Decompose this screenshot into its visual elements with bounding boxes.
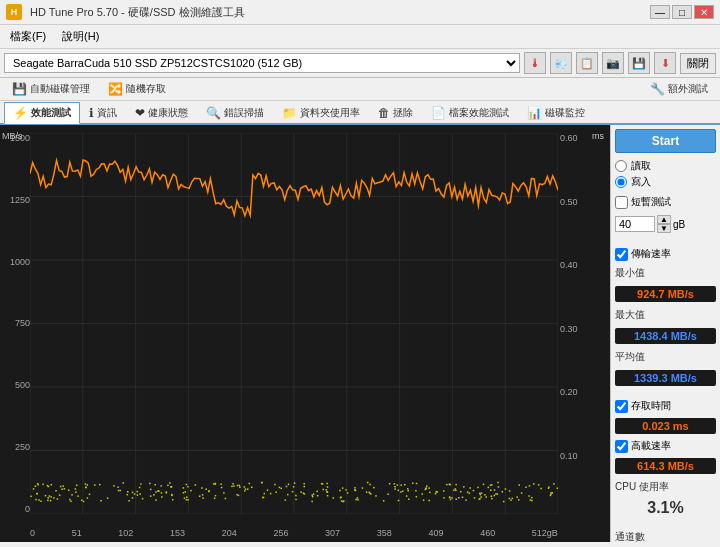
save-icon[interactable]: 💾 xyxy=(628,52,650,74)
title-bar: H HD Tune Pro 5.70 - 硬碟/SSD 檢測維護工具 — □ ✕ xyxy=(0,0,720,25)
main-content: 1500 1250 1000 750 500 250 0 MB/s 0.60 0… xyxy=(0,125,720,542)
y-axis-right: 0.60 0.50 0.40 0.30 0.20 0.10 xyxy=(560,133,608,514)
temperature-icon[interactable]: 🌡 xyxy=(524,52,546,74)
tab-folder-usage[interactable]: 📁 資料夾使用率 xyxy=(273,102,369,124)
x-axis: 0 51 102 153 204 256 307 358 409 460 512… xyxy=(30,528,558,538)
quick-test-spinbox[interactable] xyxy=(615,216,655,232)
avg-value: 1339.3 MB/s xyxy=(615,370,716,386)
app-icon: H xyxy=(6,4,22,20)
quick-test-row: 短暫測試 xyxy=(615,195,716,209)
menu-file[interactable]: 檔案(F) xyxy=(6,27,50,46)
random-access-icon: 🔀 xyxy=(108,82,123,96)
close-drive-button[interactable]: 關閉 xyxy=(680,53,716,74)
camera-icon[interactable]: 📷 xyxy=(602,52,624,74)
minimize-button[interactable]: — xyxy=(650,5,670,19)
quick-test-spinbox-row: ▲ ▼ gB xyxy=(615,215,716,233)
tab-extra-test[interactable]: 🔧 額外測試 xyxy=(642,80,716,98)
tab-health[interactable]: ❤ 健康狀態 xyxy=(126,102,197,124)
benchmark-icon: ⚡ xyxy=(13,106,28,120)
download-icon[interactable]: ⬇ xyxy=(654,52,676,74)
scan-icon: 🔍 xyxy=(206,106,221,120)
drive-selector[interactable]: Seagate BarraCuda 510 SSD ZP512CSTCS1020… xyxy=(4,53,520,73)
max-value: 1438.4 MB/s xyxy=(615,328,716,344)
auto-manage-icon: 💾 xyxy=(12,82,27,96)
read-write-radio-group: 讀取 寫入 xyxy=(615,157,716,191)
health-icon: ❤ xyxy=(135,106,145,120)
tab-disk-monitor[interactable]: 📊 磁碟監控 xyxy=(518,102,594,124)
avg-label: 平均值 xyxy=(615,350,716,364)
max-label: 最大值 xyxy=(615,308,716,322)
start-button[interactable]: Start xyxy=(615,129,716,153)
tab-erase[interactable]: 🗑 拯除 xyxy=(369,102,422,124)
tabs-row1: 💾 自動磁碟管理 🔀 隨機存取 🔧 額外測試 xyxy=(0,78,720,101)
cpu-value: 3.1% xyxy=(615,499,716,517)
performance-chart xyxy=(30,133,558,514)
burst-rate-value: 614.3 MB/s xyxy=(615,458,716,474)
quick-test-checkbox[interactable] xyxy=(615,196,628,209)
threads-label: 通道數 xyxy=(615,530,716,542)
spinbox-arrows: ▲ ▼ xyxy=(657,215,671,233)
tab-random-access[interactable]: 🔀 隨機存取 xyxy=(100,80,174,98)
window-controls[interactable]: — □ ✕ xyxy=(650,5,714,19)
monitor-icon: 📊 xyxy=(527,106,542,120)
tabs-container: 💾 自動磁碟管理 🔀 隨機存取 🔧 額外測試 ⚡ 效能測試 ℹ 資訊 ❤ 健康狀… xyxy=(0,78,720,125)
spin-down-arrow[interactable]: ▼ xyxy=(657,224,671,233)
info-icon: ℹ xyxy=(89,106,94,120)
read-radio[interactable] xyxy=(615,160,627,172)
read-radio-label[interactable]: 讀取 xyxy=(615,159,716,173)
erase-icon: 🗑 xyxy=(378,106,390,120)
menu-bar: 檔案(F) 說明(H) xyxy=(0,25,720,49)
folder-icon: 📁 xyxy=(282,106,297,120)
tabs-row2: ⚡ 效能測試 ℹ 資訊 ❤ 健康狀態 🔍 錯誤掃描 📁 資料夾使用率 🗑 拯除 … xyxy=(0,101,720,123)
spin-up-arrow[interactable]: ▲ xyxy=(657,215,671,224)
chart-canvas-wrapper xyxy=(30,133,558,514)
y-axis-left: 1500 1250 1000 750 500 250 0 xyxy=(2,133,30,514)
transfer-rate-checkbox[interactable] xyxy=(615,248,628,261)
tab-auto-manage[interactable]: 💾 自動磁碟管理 xyxy=(4,80,98,98)
min-label: 最小值 xyxy=(615,266,716,280)
cpu-label: CPU 使用率 xyxy=(615,480,716,494)
min-value: 924.7 MB/s xyxy=(615,286,716,302)
tab-info[interactable]: ℹ 資訊 xyxy=(80,102,126,124)
close-button[interactable]: ✕ xyxy=(694,5,714,19)
window-title: HD Tune Pro 5.70 - 硬碟/SSD 檢測維護工具 xyxy=(30,5,245,20)
access-time-checkbox[interactable] xyxy=(615,400,628,413)
right-panel: Start 讀取 寫入 短暫測試 ▲ ▼ gB 傳 xyxy=(610,125,720,542)
write-radio-label[interactable]: 寫入 xyxy=(615,175,716,189)
menu-help[interactable]: 說明(H) xyxy=(58,27,103,46)
tab-file-benchmark[interactable]: 📄 檔案效能測試 xyxy=(422,102,518,124)
clipboard-icon[interactable]: 📋 xyxy=(576,52,598,74)
access-time-value: 0.023 ms xyxy=(615,418,716,434)
maximize-button[interactable]: □ xyxy=(672,5,692,19)
y-axis-ms-label: ms xyxy=(592,131,604,141)
access-time-checkbox-row: 存取時間 xyxy=(615,399,716,413)
tab-error-scan[interactable]: 🔍 錯誤掃描 xyxy=(197,102,273,124)
tab-benchmark[interactable]: ⚡ 效能測試 xyxy=(4,102,80,124)
extra-test-icon: 🔧 xyxy=(650,82,665,96)
burst-rate-checkbox-row: 高載速率 xyxy=(615,439,716,453)
burst-rate-checkbox[interactable] xyxy=(615,440,628,453)
chart-area: 1500 1250 1000 750 500 250 0 MB/s 0.60 0… xyxy=(0,125,610,542)
write-radio[interactable] xyxy=(615,176,627,188)
y-axis-mbs-label: MB/s xyxy=(2,131,23,141)
fan-icon[interactable]: 💨 xyxy=(550,52,572,74)
toolbar: Seagate BarraCuda 510 SSD ZP512CSTCS1020… xyxy=(0,49,720,78)
transfer-rate-checkbox-row: 傳輸速率 xyxy=(615,247,716,261)
file-bench-icon: 📄 xyxy=(431,106,446,120)
